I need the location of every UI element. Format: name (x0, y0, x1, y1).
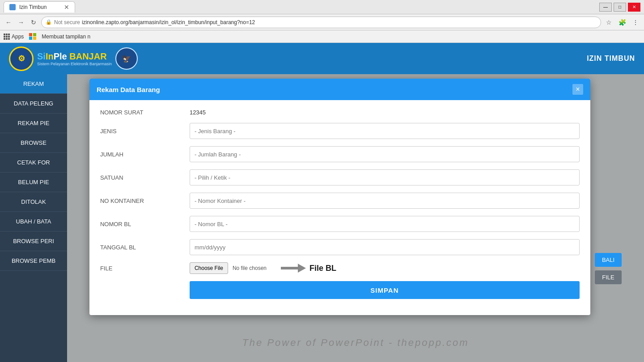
maximize-button[interactable]: □ (614, 3, 626, 12)
file-input-area: Choose File No file chosen File BL (190, 262, 336, 274)
nomor-bl-input[interactable] (190, 216, 580, 232)
jumlah-row: JUMLAH (100, 146, 580, 162)
jenis-row: JENIS (100, 123, 580, 139)
right-side-buttons: BALI FILE (595, 253, 622, 284)
satuan-input[interactable] (190, 169, 580, 185)
title-bar: Izin Timbun ✕ — □ ✕ (0, 0, 644, 14)
logo-area: ⚙ SiInPle BANJAR Sistem Pelayanan Elektr… (9, 46, 138, 71)
window-controls: — □ ✕ (599, 3, 640, 12)
grid-icon (4, 34, 10, 40)
sidebar-item-ditolak[interactable]: DITOLAK (0, 192, 67, 212)
logo-main-text: SiInPle BANJAR (37, 51, 112, 62)
back-button[interactable]: ← (4, 17, 13, 27)
jenis-input[interactable] (190, 123, 580, 139)
url-display: izinonline.zapto.org/banjarmasin/izin_ol… (82, 19, 255, 25)
sidebar-item-ubah-bata[interactable]: UBAH / BATA (0, 212, 67, 232)
tanggal-bl-input[interactable] (190, 239, 580, 255)
extensions-icon[interactable]: 🧩 (617, 17, 627, 27)
jumlah-label: JUMLAH (100, 151, 190, 158)
sidebar: REKAM DATA PELENG REKAM PIE BROWSE CETAK… (0, 74, 67, 362)
navigation-bar: ← → ↻ 🔒 Not secure izinonline.zapto.org/… (0, 14, 644, 30)
svg-marker-1 (298, 264, 306, 273)
protocol-label: Not secure (54, 19, 80, 25)
logo-emblem: 🦅 (115, 47, 138, 70)
satuan-row: SATUAN (100, 169, 580, 185)
file-label: FILE (100, 265, 190, 272)
membuat-bookmark[interactable]: Membuat tampilan n (42, 34, 90, 40)
minimize-button[interactable]: — (599, 3, 612, 12)
modal-body: NOMOR SURAT 12345 JENIS JUMLAH (89, 100, 590, 315)
menu-icon[interactable]: ⋮ (631, 17, 640, 27)
forward-button[interactable]: → (16, 17, 26, 27)
no-kontainer-input[interactable] (190, 193, 580, 209)
nav-icons: ☆ 🧩 ⋮ (604, 17, 640, 27)
file-bl-annotation: File BL (280, 263, 336, 274)
logo-icon: ⚙ (18, 54, 25, 63)
sidebar-item-data-peleng[interactable]: DATA PELENG (0, 94, 67, 114)
nomor-surat-value: 12345 (190, 109, 206, 116)
tab-favicon (9, 4, 16, 10)
logo-circle: ⚙ (9, 46, 34, 71)
bookmarks-apps-item[interactable]: Apps (4, 34, 24, 40)
lock-icon: 🔒 (46, 19, 52, 25)
sidebar-item-belum-pie[interactable]: BELUM PIE (0, 173, 67, 192)
choose-file-button[interactable]: Choose File (190, 262, 228, 274)
browser-tab[interactable]: Izin Timbun ✕ (4, 1, 75, 13)
ms-logo-icon (29, 33, 36, 40)
jumlah-input[interactable] (190, 146, 580, 162)
header-title: IZIN TIMBUN (587, 55, 635, 63)
tab-title: Izin Timbun (19, 4, 47, 10)
address-bar[interactable]: 🔒 Not secure izinonline.zapto.org/banjar… (41, 17, 601, 28)
satuan-label: SATUAN (100, 174, 190, 181)
logo: ⚙ SiInPle BANJAR Sistem Pelayanan Elektr… (9, 46, 138, 71)
sidebar-item-rekam[interactable]: REKAM (0, 74, 67, 94)
no-kontainer-label: NO KONTAINER (100, 198, 190, 204)
file-bl-text: File BL (309, 264, 336, 273)
file-row: FILE Choose File No file chosen (100, 262, 580, 274)
nomor-bl-row: NOMOR BL (100, 216, 580, 232)
no-file-label: No file chosen (233, 265, 267, 271)
simpan-button[interactable]: SIMPAN (190, 281, 580, 299)
svg-rect-0 (281, 267, 298, 269)
sidebar-item-browse-pemb[interactable]: BROWSE PEMB (0, 251, 67, 271)
sidebar-item-cetak-for[interactable]: CETAK FOR (0, 153, 67, 173)
tab-close-button[interactable]: ✕ (64, 4, 69, 11)
no-kontainer-row: NO KONTAINER (100, 193, 580, 209)
modal-dialog: Rekam Data Barang × NOMOR SURAT 12345 JE… (89, 79, 590, 315)
nomor-surat-label: NOMOR SURAT (100, 109, 190, 116)
content-area: Rekam Data Barang × NOMOR SURAT 12345 JE… (67, 74, 644, 362)
modal-overlay: Rekam Data Barang × NOMOR SURAT 12345 JE… (67, 74, 644, 362)
nomor-bl-label: NOMOR BL (100, 221, 190, 227)
bali-button[interactable]: BALI (595, 253, 622, 267)
tanggal-bl-label: TANGGAL BL (100, 244, 190, 251)
arrow-icon (280, 263, 307, 274)
address-bar-wrap: 🔒 Not secure izinonline.zapto.org/banjar… (41, 17, 601, 28)
refresh-button[interactable]: ↻ (29, 17, 38, 27)
logo-text-area: SiInPle BANJAR Sistem Pelayanan Elektron… (37, 51, 112, 66)
tanggal-bl-row: TANGGAL BL (100, 239, 580, 255)
sidebar-item-browse-peru[interactable]: BROWSE PERI (0, 232, 67, 251)
simpan-row: SIMPAN (100, 281, 580, 299)
bookmark-star-icon[interactable]: ☆ (604, 17, 614, 27)
sidebar-item-browse[interactable]: BROWSE (0, 133, 67, 153)
emblem-icon: 🦅 (122, 55, 131, 63)
nomor-surat-row: NOMOR SURAT 12345 (100, 109, 580, 116)
modal-title: Rekam Data Barang (97, 86, 160, 93)
logo-sub-text: Sistem Pelayanan Elektronik Banjarmasin (37, 62, 112, 66)
modal-close-button[interactable]: × (572, 84, 583, 95)
file-side-button[interactable]: FILE (595, 270, 622, 284)
apps-label: Apps (12, 34, 24, 40)
bookmarks-bar: Apps Membuat tampilan n (0, 30, 644, 43)
app-container: ⚙ SiInPle BANJAR Sistem Pelayanan Elektr… (0, 43, 644, 362)
modal-header: Rekam Data Barang × (89, 79, 590, 100)
jenis-label: JENIS (100, 128, 190, 135)
close-button[interactable]: ✕ (628, 3, 640, 12)
app-body: REKAM DATA PELENG REKAM PIE BROWSE CETAK… (0, 74, 644, 362)
sidebar-item-rekam-pie[interactable]: REKAM PIE (0, 114, 67, 133)
app-header: ⚙ SiInPle BANJAR Sistem Pelayanan Elektr… (0, 43, 644, 74)
